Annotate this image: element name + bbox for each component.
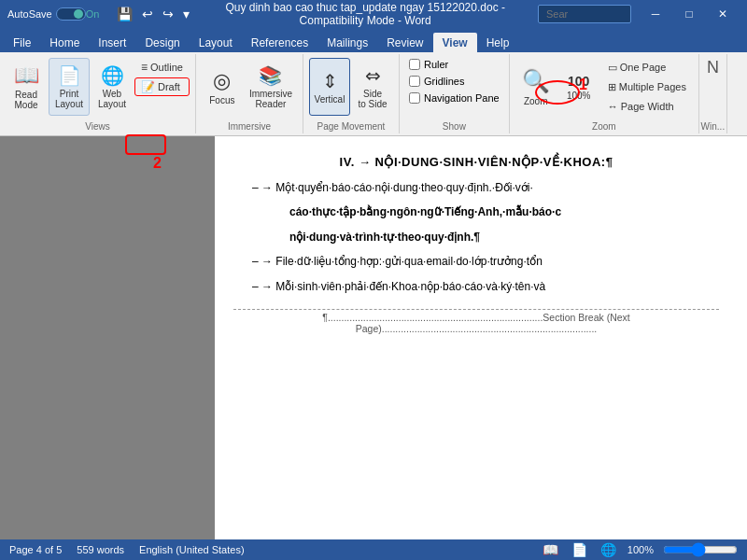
read-mode-label: ReadMode: [14, 90, 37, 110]
side-to-side-btn[interactable]: ⇔ Sideto Side: [352, 58, 393, 116]
autosave-label: AutoSave: [7, 8, 52, 20]
tab-insert[interactable]: Insert: [89, 33, 135, 52]
navigation-pane-checkbox-item[interactable]: Navigation Pane: [405, 91, 503, 105]
ruler-checkbox-item[interactable]: Ruler: [405, 58, 503, 71]
window-title: Quy dinh bao cao thuc tap_update ngay 15…: [192, 1, 538, 27]
section-break-line: [233, 309, 719, 310]
save-quick-btn[interactable]: 💾: [114, 5, 135, 23]
tab-references[interactable]: References: [242, 33, 317, 52]
gridlines-checkbox-item[interactable]: Gridlines: [405, 75, 503, 88]
zoom-level: 100%: [627, 544, 654, 555]
ribbon-group-page-movement: ⇕ Vertical ⇔ Sideto Side Page Movement: [303, 54, 400, 133]
outline-btn[interactable]: ≡ Outline: [134, 58, 190, 77]
tab-file[interactable]: File: [4, 33, 40, 52]
undo-btn[interactable]: ↩: [139, 5, 156, 23]
search-input[interactable]: [538, 5, 631, 23]
print-layout-btn[interactable]: 📄 PrintLayout: [49, 58, 90, 116]
draft-icon: 📝: [141, 80, 155, 93]
checkboxes-container: Ruler Gridlines Navigation Pane: [405, 58, 503, 116]
autosave-toggle[interactable]: [56, 7, 86, 21]
zoom-label: Zoom: [524, 96, 548, 106]
read-mode-status-btn[interactable]: 📖: [541, 540, 560, 559]
web-layout-icon: 🌐: [101, 64, 124, 87]
gridlines-label: Gridlines: [424, 76, 464, 87]
focus-btn[interactable]: ◎ Focus: [202, 58, 243, 116]
window-more-icon: N: [707, 58, 719, 89]
vertical-label: Vertical: [315, 94, 345, 105]
views-group-content: 📖 ReadMode 📄 PrintLayout 🌐 WebLayout ≡ O…: [6, 58, 190, 130]
print-layout-status-btn[interactable]: 📄: [570, 540, 589, 559]
focus-label: Focus: [209, 95, 234, 105]
zoom-group-label: Zoom: [510, 121, 698, 132]
zoom-icon: 🔍: [522, 68, 550, 94]
autosave-on-label: On: [86, 8, 100, 20]
page-width-label: Page Width: [621, 101, 674, 112]
multiple-pages-label: Multiple Pages: [619, 81, 686, 92]
redo-btn[interactable]: ↪: [160, 5, 176, 23]
zoom-100-icon: 100: [568, 74, 589, 89]
tab-help[interactable]: Help: [477, 33, 519, 52]
multiple-pages-icon: ⊞: [608, 81, 616, 93]
ribbon-tabs: File Home Insert Design Layout Reference…: [0, 28, 747, 52]
page-width-btn[interactable]: ↔ Page Width: [601, 97, 693, 116]
immersive-reader-btn[interactable]: 📚 ImmersiveReader: [245, 58, 297, 116]
zoom-100-btn[interactable]: 100 100%: [558, 58, 599, 116]
ribbon-group-views: 📖 ReadMode 📄 PrintLayout 🌐 WebLayout ≡ O…: [0, 54, 196, 133]
tab-view[interactable]: View: [433, 33, 477, 52]
immersive-group-content: ◎ Focus 📚 ImmersiveReader: [202, 58, 297, 130]
navigation-pane-label: Navigation Pane: [424, 92, 500, 104]
document-area: IV. → NỘI·DUNG·SINH·VIÊN·NỘP·VỀ·KHOA:¶ –…: [0, 136, 747, 539]
one-page-label: One Page: [620, 62, 667, 73]
web-layout-btn[interactable]: 🌐 WebLayout: [92, 58, 133, 116]
vertical-btn[interactable]: ⇕ Vertical: [309, 58, 350, 116]
multiple-pages-btn[interactable]: ⊞ Multiple Pages: [601, 77, 693, 96]
print-layout-icon: 📄: [58, 64, 81, 87]
title-bar: AutoSave On 💾 ↩ ↪ ▾ Quy dinh bao cao thu…: [0, 0, 747, 28]
ruler-checkbox[interactable]: [409, 59, 420, 70]
quick-access-dropdown[interactable]: ▾: [180, 5, 192, 23]
tab-home[interactable]: Home: [40, 33, 89, 52]
one-page-icon: ▭: [608, 62, 617, 74]
tab-layout[interactable]: Layout: [190, 33, 242, 52]
side-to-side-icon: ⇔: [365, 64, 381, 87]
section-break-container: ¶.......................................…: [233, 309, 719, 334]
ribbon-wrapper: 📖 ReadMode 📄 PrintLayout 🌐 WebLayout ≡ O…: [0, 52, 747, 136]
zoom-100-label: 100%: [567, 91, 591, 101]
gridlines-checkbox[interactable]: [409, 76, 420, 87]
navigation-pane-checkbox[interactable]: [409, 92, 420, 104]
zoom-btn[interactable]: 🔍 Zoom: [515, 58, 557, 116]
minimize-btn[interactable]: ─: [639, 0, 672, 28]
stacked-view-btns: ≡ Outline 📝 Draft: [134, 58, 190, 107]
maximize-btn[interactable]: □: [672, 0, 706, 28]
zoom-slider[interactable]: [663, 543, 738, 556]
window-group-content: N: [707, 58, 719, 130]
ribbon-group-immersive: ◎ Focus 📚 ImmersiveReader Immersive: [196, 54, 303, 133]
web-layout-status-btn[interactable]: 🌐: [599, 540, 618, 559]
focus-icon: ◎: [213, 69, 231, 93]
ribbon-group-show: Ruler Gridlines Navigation Pane Show: [400, 54, 510, 133]
doc-para-3: nội·dung·và·trình·tự·theo·quy·định.¶: [233, 228, 719, 246]
window-group-label: Win...: [699, 121, 726, 132]
document-heading: IV. → NỘI·DUNG·SINH·VIÊN·NỘP·VỀ·KHOA:¶: [233, 155, 719, 169]
close-btn[interactable]: ✕: [706, 0, 740, 28]
page-info: Page 4 of 5: [9, 544, 62, 555]
tab-mailings[interactable]: Mailings: [317, 33, 377, 52]
ribbon-group-zoom: 🔍 Zoom 100 100% ▭ One Page ⊞ Multiple Pa…: [510, 54, 699, 133]
one-page-btn[interactable]: ▭ One Page: [601, 58, 693, 77]
doc-para-4: – → File·dữ·liệu·tổng·hợp:·gửi·qua·email…: [233, 252, 719, 271]
toggle-knob: [74, 9, 83, 19]
page-movement-content: ⇕ Vertical ⇔ Sideto Side: [309, 58, 393, 130]
draft-label: Draft: [158, 81, 180, 92]
page-movement-label: Page Movement: [303, 121, 399, 132]
quick-access-toolbar: 💾 ↩ ↪ ▾: [114, 5, 192, 23]
zoom-stacked: ▭ One Page ⊞ Multiple Pages ↔ Page Width: [601, 58, 693, 127]
draft-btn[interactable]: 📝 Draft: [134, 77, 190, 96]
tab-design[interactable]: Design: [135, 33, 189, 52]
tab-review[interactable]: Review: [377, 33, 432, 52]
doc-para-5: – → Mỗi·sinh·viên·phải·đến·Khoa·nộp·báo·…: [233, 277, 719, 296]
views-group-label: Views: [0, 121, 195, 132]
title-text: Quy dinh bao cao thuc tap_update ngay 15…: [225, 1, 505, 27]
read-mode-btn[interactable]: 📖 ReadMode: [6, 58, 47, 116]
ruler-label: Ruler: [424, 59, 448, 70]
ribbon: 📖 ReadMode 📄 PrintLayout 🌐 WebLayout ≡ O…: [0, 52, 747, 136]
